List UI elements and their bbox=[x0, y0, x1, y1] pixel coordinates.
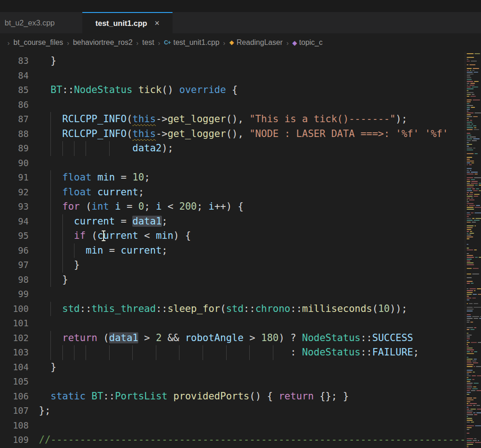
code-line-text[interactable]: float min = 10; bbox=[29, 170, 465, 185]
line-number[interactable]: 101 bbox=[0, 316, 29, 331]
code-line[interactable]: 89 data2); bbox=[0, 141, 465, 156]
code-line-text[interactable]: current = data1; bbox=[29, 214, 465, 229]
tab-label: test_unit1.cpp bbox=[95, 19, 147, 28]
minimap-row bbox=[465, 420, 481, 421]
line-number[interactable]: 87 bbox=[0, 112, 29, 127]
tab-test-unit1[interactable]: test_unit1.cpp × bbox=[82, 12, 172, 33]
line-number[interactable]: 90 bbox=[0, 156, 29, 171]
code-line[interactable]: 102 return (data1 > 2 && robotAngle > 18… bbox=[0, 331, 465, 346]
code-line-text[interactable]: data2); bbox=[29, 141, 465, 156]
line-number[interactable]: 104 bbox=[0, 360, 29, 375]
editor-pane[interactable]: 83 }8485 BT::NodeStatus tick() override … bbox=[0, 52, 481, 448]
minimap-mark bbox=[467, 111, 469, 112]
code-line[interactable]: 98 } bbox=[0, 273, 465, 287]
code-line-text[interactable]: float current; bbox=[29, 185, 465, 200]
line-number[interactable]: 89 bbox=[0, 141, 29, 156]
code-line-text[interactable] bbox=[29, 316, 465, 331]
code-line[interactable]: 99 bbox=[0, 287, 465, 302]
breadcrumb-item[interactable]: test bbox=[142, 38, 154, 47]
line-number[interactable]: 102 bbox=[0, 331, 29, 346]
code-line[interactable]: 109//-----------------------------------… bbox=[0, 433, 465, 448]
code-line-text[interactable] bbox=[29, 374, 465, 389]
code-line-text[interactable]: } bbox=[29, 54, 465, 68]
line-number[interactable]: 103 bbox=[0, 345, 29, 360]
code-line-text[interactable]: : NodeStatus::FAILURE; bbox=[29, 345, 465, 360]
line-number[interactable]: 84 bbox=[0, 68, 29, 83]
code-line-text[interactable]: }; bbox=[29, 404, 465, 418]
code-line[interactable]: 100 std::this_thread::sleep_for(std::chr… bbox=[0, 302, 465, 317]
code-line-text[interactable]: //--------------------------------------… bbox=[29, 433, 465, 448]
line-number[interactable]: 99 bbox=[0, 287, 29, 302]
code-line[interactable]: 93 for (int i = 0; i < 200; i++) { bbox=[0, 199, 465, 214]
code-line-text[interactable] bbox=[29, 418, 465, 433]
code-line[interactable]: 87 RCLCPP_INFO(this->get_logger(), "This… bbox=[0, 112, 465, 127]
line-number[interactable]: 88 bbox=[0, 127, 29, 142]
code-line[interactable]: 96 min = current; bbox=[0, 243, 465, 258]
code-lines[interactable]: 83 }8485 BT::NodeStatus tick() override … bbox=[0, 52, 465, 448]
breadcrumb-item[interactable]: behaviortree_ros2 bbox=[73, 38, 133, 47]
line-number[interactable]: 83 bbox=[0, 54, 29, 68]
code-line[interactable]: 84 bbox=[0, 68, 465, 83]
code-line[interactable]: 101 bbox=[0, 316, 465, 331]
code-line[interactable]: 103 : NodeStatus::FAILURE; bbox=[0, 345, 465, 360]
code-line[interactable]: 105 bbox=[0, 374, 465, 389]
code-line[interactable]: 91 float min = 10; bbox=[0, 170, 465, 185]
line-number[interactable]: 95 bbox=[0, 229, 29, 243]
code-line-text[interactable] bbox=[29, 68, 465, 83]
code-line[interactable]: 108 bbox=[0, 418, 465, 433]
breadcrumb-item[interactable]: bt_course_files bbox=[13, 38, 63, 47]
line-number[interactable]: 107 bbox=[0, 404, 29, 418]
code-line[interactable]: 106 static BT::PortsList providedPorts()… bbox=[0, 389, 465, 404]
code-line-text[interactable]: RCLCPP_INFO(this->get_logger(), "NODE : … bbox=[29, 127, 465, 142]
code-line[interactable]: 86 bbox=[0, 98, 465, 112]
code-line[interactable]: 92 float current; bbox=[0, 185, 465, 200]
code-line-text[interactable] bbox=[29, 98, 465, 112]
breadcrumb-item[interactable]: ◈topic_c bbox=[292, 38, 322, 47]
code-line-text[interactable]: static BT::PortsList providedPorts() { r… bbox=[29, 389, 465, 404]
code-line-text[interactable]: } bbox=[29, 360, 465, 375]
code-line[interactable]: 94 current = data1; bbox=[0, 214, 465, 229]
line-number[interactable]: 94 bbox=[0, 214, 29, 229]
code-line-text[interactable]: } bbox=[29, 273, 465, 287]
code-line[interactable]: 88 RCLCPP_INFO(this->get_logger(), "NODE… bbox=[0, 127, 465, 142]
code-line-text[interactable] bbox=[29, 156, 465, 171]
line-number[interactable]: 93 bbox=[0, 199, 29, 214]
tab-close-icon[interactable]: × bbox=[154, 19, 160, 28]
code-line[interactable]: 83 } bbox=[0, 54, 465, 68]
line-number[interactable]: 106 bbox=[0, 389, 29, 404]
code-line-text[interactable]: BT::NodeStatus tick() override { bbox=[29, 83, 465, 98]
code-line[interactable]: 104 } bbox=[0, 360, 465, 375]
code-line[interactable]: 107}; bbox=[0, 404, 465, 418]
line-number[interactable]: 108 bbox=[0, 418, 29, 433]
minimap-mark bbox=[471, 212, 474, 213]
minimap-mark bbox=[467, 261, 470, 261]
line-number[interactable]: 109 bbox=[0, 433, 29, 448]
minimap-mark bbox=[467, 199, 468, 200]
line-number[interactable]: 98 bbox=[0, 273, 29, 287]
line-number[interactable]: 105 bbox=[0, 374, 29, 389]
breadcrumb-item[interactable]: ❖ReadingLaser bbox=[229, 38, 283, 47]
line-number[interactable]: 96 bbox=[0, 243, 29, 258]
code-line-text[interactable]: std::this_thread::sleep_for(std::chrono:… bbox=[29, 302, 465, 317]
line-number[interactable]: 85 bbox=[0, 83, 29, 98]
code-line-text[interactable]: min = current; bbox=[29, 243, 465, 258]
line-number[interactable]: 86 bbox=[0, 98, 29, 112]
code-line-text[interactable] bbox=[29, 287, 465, 302]
code-line[interactable]: 95 if (current < min) { bbox=[0, 229, 465, 243]
code-line[interactable]: 90 bbox=[0, 156, 465, 171]
minimap-row bbox=[465, 320, 481, 321]
code-line[interactable]: 97 } bbox=[0, 258, 465, 273]
line-number[interactable]: 92 bbox=[0, 185, 29, 200]
code-line-text[interactable]: if (current < min) { bbox=[29, 229, 465, 243]
code-line-text[interactable]: for (int i = 0; i < 200; i++) { bbox=[29, 199, 465, 214]
code-line[interactable]: 85 BT::NodeStatus tick() override { bbox=[0, 83, 465, 98]
line-number[interactable]: 97 bbox=[0, 258, 29, 273]
minimap[interactable] bbox=[465, 52, 481, 448]
code-line-text[interactable]: return (data1 > 2 && robotAngle > 180) ?… bbox=[29, 331, 465, 346]
breadcrumb-item[interactable]: C+test_unit1.cpp bbox=[164, 38, 219, 47]
line-number[interactable]: 91 bbox=[0, 170, 29, 185]
line-number[interactable]: 100 bbox=[0, 302, 29, 317]
code-line-text[interactable]: } bbox=[29, 258, 465, 273]
code-line-text[interactable]: RCLCPP_INFO(this->get_logger(), "This is… bbox=[29, 112, 465, 127]
tab-bt-u2-ex3[interactable]: bt_u2_ex3.cpp bbox=[0, 12, 82, 33]
